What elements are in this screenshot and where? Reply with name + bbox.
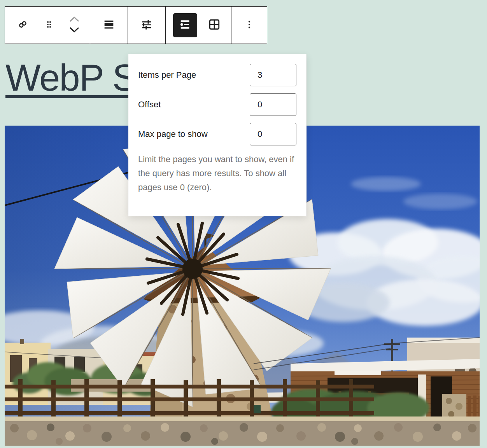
loop-icon (16, 18, 29, 32)
list-view-button[interactable] (173, 13, 197, 37)
field-row-max-page: Max page to show (138, 123, 296, 145)
offset-input[interactable] (250, 93, 296, 116)
drag-handle-icon (44, 19, 54, 31)
options-button[interactable] (240, 16, 259, 35)
chevron-up-icon (68, 16, 81, 24)
drag-handle[interactable] (40, 16, 58, 35)
block-toolbar (5, 6, 267, 44)
move-up-button (67, 14, 82, 25)
editor-canvas: WebP S Items per Page Offset Max page to… (0, 0, 487, 448)
post-title-heading[interactable]: WebP S (5, 58, 137, 97)
chevron-down-icon (68, 26, 81, 35)
kebab-menu-icon (243, 19, 255, 32)
toolbar-group-block (5, 7, 90, 44)
sliders-icon (140, 18, 153, 32)
query-loop-button[interactable] (13, 16, 32, 35)
align-button[interactable] (100, 16, 118, 35)
max-page-label: Max page to show (138, 129, 208, 139)
help-text: Limit the pages you want to show, even i… (138, 152, 296, 194)
grid-view-button[interactable] (205, 16, 224, 35)
field-row-offset: Offset (138, 93, 296, 116)
toolbar-group-settings (128, 7, 166, 44)
items-per-page-input[interactable] (250, 64, 296, 86)
display-settings-button[interactable] (137, 16, 156, 35)
field-row-items-per-page: Items per Page (138, 64, 296, 86)
align-none-icon (102, 18, 116, 32)
move-down-button[interactable] (67, 25, 82, 36)
toolbar-group-options (231, 7, 267, 44)
max-page-input[interactable] (250, 123, 296, 145)
toolbar-group-align (90, 7, 128, 44)
list-view-icon (177, 17, 193, 33)
items-per-page-label: Items per Page (138, 70, 196, 80)
toolbar-group-view (166, 7, 231, 44)
display-settings-popover: Items per Page Offset Max page to show L… (128, 54, 307, 216)
grid-view-icon (207, 17, 222, 33)
mover-control (67, 14, 82, 36)
wooden-fence (5, 379, 374, 421)
offset-label: Offset (138, 100, 161, 110)
stone-wall (5, 416, 480, 446)
